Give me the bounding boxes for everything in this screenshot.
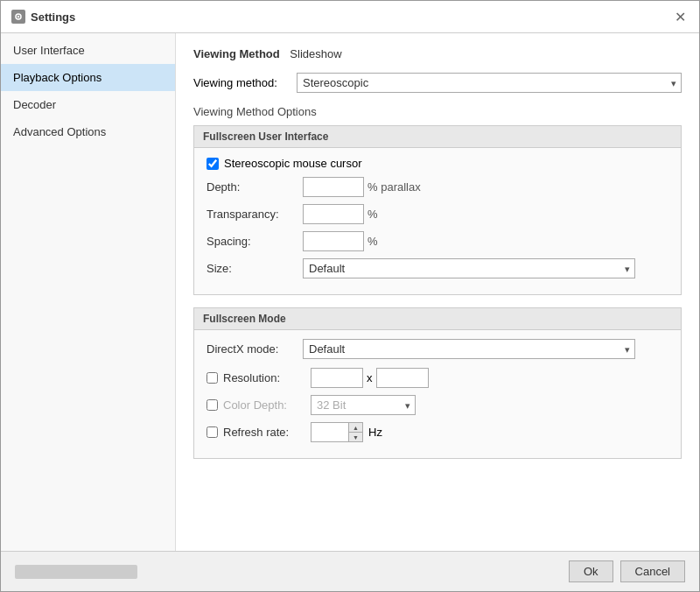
fullscreen-ui-content: Stereoscopic mouse cursor Depth: 1.0 % p… bbox=[194, 148, 681, 294]
fullscreen-mode-group: Fullscreen Mode DirectX mode: Default Di… bbox=[193, 307, 682, 459]
stereoscopic-mouse-label: Stereoscopic mouse cursor bbox=[224, 157, 362, 170]
stereoscopic-mouse-checkbox[interactable] bbox=[206, 158, 219, 170]
directx-label: DirectX mode: bbox=[206, 342, 303, 356]
depth-label: Depth: bbox=[206, 180, 303, 194]
transparancy-row: Transparancy: 25.0 % bbox=[206, 204, 668, 224]
footer-scrollbar[interactable] bbox=[15, 565, 137, 579]
footer: Ok Cancel bbox=[1, 551, 699, 591]
color-depth-row: Color Depth: 32 Bit 16 Bit bbox=[206, 395, 668, 415]
title-bar: Settings ✕ bbox=[1, 1, 699, 33]
directx-select-wrap: Default DirectX 9 DirectX 11 bbox=[303, 339, 635, 359]
resolution-height-input[interactable]: 2160 bbox=[376, 368, 429, 388]
fullscreen-ui-title: Fullscreen User Interface bbox=[194, 126, 681, 148]
depth-input[interactable]: 1.0 bbox=[303, 177, 364, 197]
breadcrumb-page: Slideshow bbox=[290, 47, 341, 60]
stereoscopic-mouse-row: Stereoscopic mouse cursor bbox=[206, 157, 668, 170]
depth-row: Depth: 1.0 % parallax bbox=[206, 177, 668, 197]
footer-left bbox=[15, 565, 137, 579]
refresh-rate-unit: Hz bbox=[368, 426, 382, 439]
size-row: Size: Default Small Medium Large bbox=[206, 258, 668, 278]
resolution-width-input[interactable]: 3840 bbox=[311, 368, 363, 388]
size-select-wrap: Default Small Medium Large bbox=[303, 258, 635, 278]
transparancy-label: Transparancy: bbox=[206, 208, 303, 221]
refresh-rate-spinner: 59 ▲ ▼ bbox=[311, 422, 363, 442]
refresh-rate-checkbox[interactable] bbox=[206, 426, 218, 438]
viewing-method-options-title: Viewing Method Options bbox=[193, 105, 682, 118]
content-area: User Interface Playback Options Decoder … bbox=[1, 33, 699, 551]
transparancy-input[interactable]: 25.0 bbox=[303, 204, 364, 224]
resolution-row: Resolution: 3840 x 2160 bbox=[206, 368, 668, 388]
size-select[interactable]: Default Small Medium Large bbox=[303, 258, 635, 278]
fullscreen-ui-group: Fullscreen User Interface Stereoscopic m… bbox=[193, 125, 682, 295]
spacing-label: Spacing: bbox=[206, 235, 303, 248]
fullscreen-mode-content: DirectX mode: Default DirectX 9 DirectX … bbox=[194, 330, 681, 458]
depth-unit: % parallax bbox=[368, 180, 421, 194]
color-depth-select-wrap: 32 Bit 16 Bit bbox=[311, 395, 416, 415]
spacing-input[interactable]: 7.5 bbox=[303, 231, 364, 251]
close-button[interactable]: ✕ bbox=[671, 8, 689, 25]
spinner-down-button[interactable]: ▼ bbox=[348, 433, 362, 441]
settings-window: Settings ✕ User Interface Playback Optio… bbox=[0, 0, 700, 592]
resolution-label: Resolution: bbox=[223, 371, 311, 384]
sidebar-item-user-interface[interactable]: User Interface bbox=[1, 37, 175, 64]
main-content: Viewing Method Slideshow Viewing method:… bbox=[176, 33, 699, 551]
spacing-row: Spacing: 7.5 % bbox=[206, 231, 668, 251]
breadcrumb-section: Viewing Method bbox=[193, 47, 280, 60]
settings-icon bbox=[11, 10, 25, 24]
size-label: Size: bbox=[206, 262, 303, 275]
spinner-up-button[interactable]: ▲ bbox=[348, 423, 362, 433]
sidebar: User Interface Playback Options Decoder … bbox=[1, 33, 176, 551]
viewing-method-label: Viewing method: bbox=[193, 76, 290, 89]
sidebar-item-decoder[interactable]: Decoder bbox=[1, 91, 175, 118]
refresh-rate-label: Refresh rate: bbox=[223, 426, 311, 439]
directx-select[interactable]: Default DirectX 9 DirectX 11 bbox=[303, 339, 635, 359]
footer-buttons: Ok Cancel bbox=[569, 560, 685, 582]
title-bar-left: Settings bbox=[11, 10, 75, 24]
directx-row: DirectX mode: Default DirectX 9 DirectX … bbox=[206, 339, 668, 359]
refresh-rate-row: Refresh rate: 59 ▲ ▼ Hz bbox=[206, 422, 668, 442]
viewing-method-select-wrap: Stereoscopic Side by Side Anaglyph Over/… bbox=[297, 73, 682, 93]
spacing-unit: % bbox=[368, 235, 378, 248]
spinner-buttons: ▲ ▼ bbox=[348, 423, 362, 441]
sidebar-item-playback-options[interactable]: Playback Options bbox=[1, 64, 175, 91]
transparancy-unit: % bbox=[368, 208, 378, 221]
color-depth-select[interactable]: 32 Bit 16 Bit bbox=[311, 395, 416, 415]
breadcrumb-separator bbox=[284, 47, 287, 60]
breadcrumb: Viewing Method Slideshow bbox=[193, 47, 682, 60]
svg-point-1 bbox=[18, 16, 19, 18]
viewing-method-row: Viewing method: Stereoscopic Side by Sid… bbox=[193, 73, 682, 93]
viewing-method-select[interactable]: Stereoscopic Side by Side Anaglyph Over/… bbox=[297, 73, 682, 93]
color-depth-label: Color Depth: bbox=[223, 398, 311, 412]
fullscreen-mode-title: Fullscreen Mode bbox=[194, 308, 681, 330]
resolution-checkbox[interactable] bbox=[206, 372, 218, 384]
window-title: Settings bbox=[31, 11, 75, 24]
ok-button[interactable]: Ok bbox=[569, 560, 613, 582]
sidebar-item-advanced-options[interactable]: Advanced Options bbox=[1, 118, 175, 145]
color-depth-checkbox[interactable] bbox=[206, 399, 218, 411]
resolution-x: x bbox=[367, 371, 373, 384]
cancel-button[interactable]: Cancel bbox=[620, 560, 685, 582]
